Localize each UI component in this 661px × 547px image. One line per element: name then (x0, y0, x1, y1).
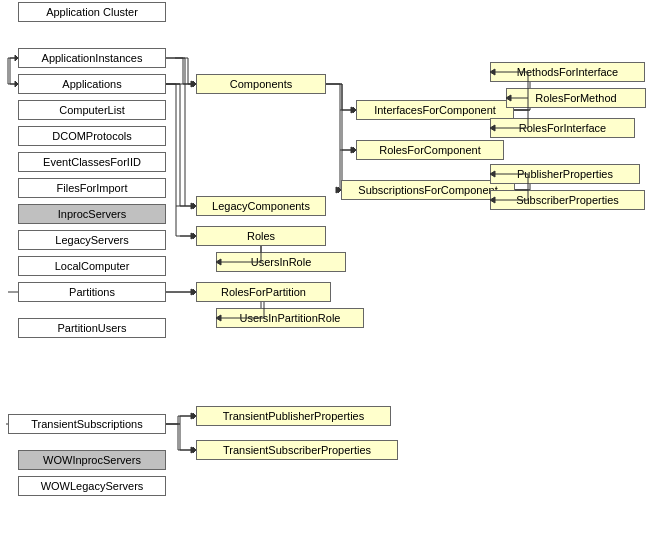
svg-marker-86 (506, 95, 511, 101)
diagram-container: Application Cluster ApplicationInstances… (0, 0, 661, 547)
svg-marker-100 (191, 289, 196, 295)
svg-marker-109 (191, 447, 196, 453)
svg-marker-84 (490, 69, 495, 75)
svg-marker-107 (191, 413, 196, 419)
svg-marker-64 (191, 81, 196, 87)
svg-marker-77 (351, 147, 356, 153)
svg-marker-114 (15, 81, 18, 87)
svg-marker-68 (191, 203, 196, 209)
svg-marker-75 (351, 107, 356, 113)
svg-marker-70 (191, 233, 196, 239)
svg-marker-89 (490, 125, 495, 131)
svg-marker-113 (15, 55, 18, 61)
svg-marker-95 (490, 197, 495, 203)
arrows-overlay (0, 0, 661, 547)
svg-marker-98 (216, 259, 221, 265)
svg-marker-93 (490, 171, 495, 177)
svg-marker-103 (216, 315, 221, 321)
